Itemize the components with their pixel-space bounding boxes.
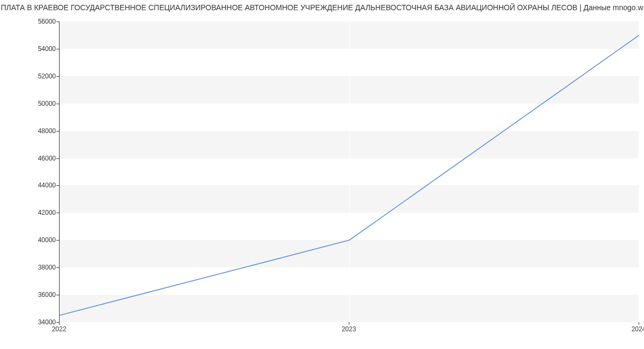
y-tick-label: 48000 — [24, 127, 56, 135]
y-tick-mark — [56, 267, 59, 268]
y-tick-mark — [56, 240, 59, 241]
line-layer — [60, 21, 639, 322]
y-tick-label: 50000 — [24, 100, 56, 107]
y-tick-label: 40000 — [24, 236, 56, 244]
chart-title: ПЛАТА В КРАЕВОЕ ГОСУДАРСТВЕННОЕ СПЕЦИАЛИ… — [0, 3, 644, 12]
y-tick-label: 34000 — [24, 318, 56, 326]
y-tick-mark — [56, 76, 59, 77]
y-tick-label: 46000 — [24, 155, 56, 162]
y-tick-label: 44000 — [24, 181, 56, 189]
x-tick-label: 2024 — [632, 325, 644, 333]
y-tick-mark — [56, 21, 59, 22]
y-tick-label: 54000 — [24, 45, 56, 53]
x-gridline — [639, 21, 640, 322]
y-tick-label: 36000 — [24, 291, 56, 299]
x-tick-label: 2023 — [342, 325, 356, 333]
y-tick-mark — [56, 49, 59, 49]
y-tick-mark — [56, 295, 59, 295]
x-tick-mark — [349, 322, 349, 325]
y-tick-mark — [56, 185, 59, 186]
x-tick-mark — [639, 322, 639, 325]
y-tick-mark — [56, 158, 59, 159]
y-tick-mark — [56, 131, 59, 132]
y-tick-label: 52000 — [24, 72, 56, 80]
x-tick-label: 2022 — [52, 325, 67, 333]
y-tick-label: 38000 — [24, 264, 56, 271]
y-tick-mark — [56, 104, 59, 104]
x-tick-mark — [59, 322, 60, 325]
data-line — [60, 35, 639, 315]
plot-area — [59, 21, 639, 322]
y-tick-mark — [56, 213, 59, 213]
y-tick-label: 56000 — [24, 18, 56, 25]
y-tick-label: 42000 — [24, 209, 56, 216]
